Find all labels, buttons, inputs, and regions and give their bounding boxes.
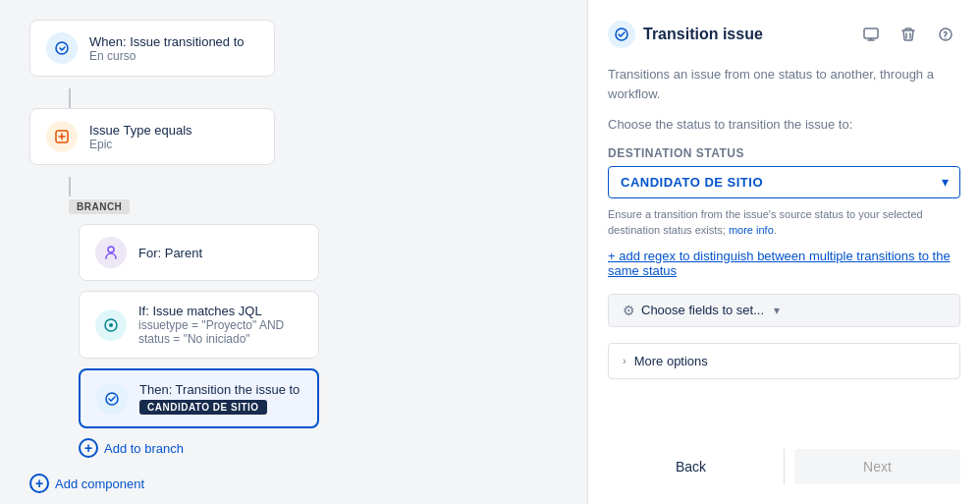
add-regex-link[interactable]: + add regex to distinguish between multi…: [608, 249, 960, 278]
panel-header: Transition issue: [608, 20, 960, 49]
chevron-right-icon: ›: [623, 355, 626, 366]
trigger-subtitle: En curso: [89, 49, 245, 63]
add-branch-icon: +: [79, 438, 98, 458]
help-button[interactable]: [931, 20, 960, 49]
trigger-title: When: Issue transitioned to: [89, 34, 245, 49]
if-content: If: Issue matches JQL issuetype = "Proye…: [138, 304, 302, 346]
next-button[interactable]: Next: [794, 449, 960, 484]
trigger-icon: [46, 32, 78, 64]
more-options-button[interactable]: › More options: [608, 343, 960, 379]
svg-rect-7: [864, 28, 878, 38]
add-component-icon: +: [29, 474, 49, 493]
for-icon: [95, 237, 127, 268]
if-subtitle: issuetype = "Proyecto" AND status = "No …: [138, 318, 302, 346]
condition-icon: [46, 121, 78, 152]
panel-actions: [856, 20, 960, 49]
then-icon: [96, 383, 128, 415]
condition-card[interactable]: Issue Type equals Epic: [29, 108, 275, 165]
add-component-button[interactable]: + Add component: [29, 474, 144, 493]
connector-1: [69, 88, 71, 108]
then-status: CANDIDATO DE SITIO: [139, 400, 267, 415]
panel-footer: Back Next: [608, 449, 960, 484]
monitor-button[interactable]: [856, 20, 886, 49]
if-title: If: Issue matches JQL: [138, 304, 302, 318]
condition-title: Issue Type equals: [89, 123, 192, 138]
panel-description-2: Choose the status to transition the issu…: [608, 115, 960, 135]
gear-icon: ⚙: [623, 303, 635, 318]
if-icon: [95, 309, 127, 341]
trigger-content: When: Issue transitioned to En curso: [89, 34, 245, 63]
then-content: Then: Transition the issue to CANDIDATO …: [139, 382, 299, 415]
condition-subtitle: Epic: [89, 138, 192, 151]
svg-point-0: [56, 42, 68, 54]
branch-section: BRANCH For: Parent If: Issue: [69, 196, 558, 458]
back-button[interactable]: Back: [608, 449, 774, 484]
condition-content: Issue Type equals Epic: [89, 123, 192, 151]
add-branch-button[interactable]: + Add to branch: [79, 438, 184, 458]
delete-button[interactable]: [894, 20, 923, 49]
svg-point-2: [108, 247, 114, 252]
destination-select-wrapper[interactable]: CANDIDATO DE SITIO: [608, 166, 960, 198]
footer-divider: [784, 449, 785, 484]
branch-for-card[interactable]: For: Parent: [79, 224, 319, 281]
destination-label: Destination status: [608, 146, 960, 160]
more-info-link[interactable]: more info: [729, 224, 774, 236]
for-content: For: Parent: [138, 246, 202, 260]
panel-description-1: Transitions an issue from one status to …: [608, 65, 960, 103]
panel-title: Transition issue: [643, 26, 848, 43]
add-branch-label: Add to branch: [104, 441, 184, 456]
for-title: For: Parent: [138, 246, 202, 260]
connector-2: [69, 177, 71, 196]
trigger-card[interactable]: When: Issue transitioned to En curso: [29, 20, 275, 77]
branch-label: BRANCH: [69, 199, 130, 214]
chevron-down-icon: ▾: [774, 304, 780, 317]
hint-text: Ensure a transition from the issue's sou…: [608, 206, 960, 239]
panel-icon: [608, 21, 635, 48]
svg-point-9: [945, 37, 946, 38]
branch-then-card[interactable]: Then: Transition the issue to CANDIDATO …: [79, 368, 319, 428]
workflow-canvas: When: Issue transitioned to En curso Iss…: [0, 0, 587, 504]
fields-btn-label: Choose fields to set...: [641, 303, 764, 317]
choose-fields-button[interactable]: ⚙ Choose fields to set... ▾: [608, 294, 960, 327]
then-title: Then: Transition the issue to: [139, 382, 299, 397]
right-panel: Transition issue Trans: [587, 0, 980, 504]
destination-select[interactable]: CANDIDATO DE SITIO: [608, 166, 960, 198]
add-component-label: Add component: [55, 476, 144, 491]
branch-if-card[interactable]: If: Issue matches JQL issuetype = "Proye…: [79, 291, 319, 359]
more-options-label: More options: [634, 354, 708, 368]
svg-point-4: [109, 323, 113, 327]
